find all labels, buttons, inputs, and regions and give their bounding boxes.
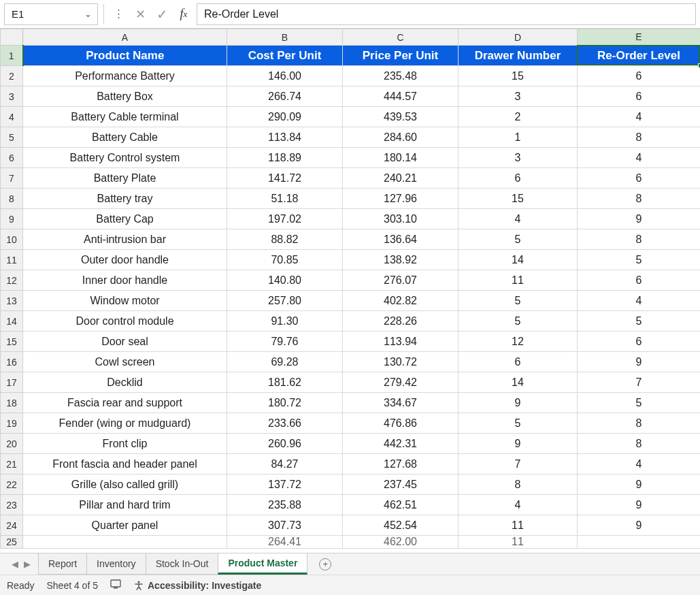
cell[interactable]: 51.18 (227, 189, 343, 209)
cell[interactable]: 7 (459, 454, 578, 475)
cell[interactable]: 113.84 (227, 127, 343, 148)
cancel-icon[interactable]: ✕ (131, 5, 149, 24)
cell[interactable]: Battery Plate (23, 168, 227, 189)
row-header[interactable]: 8 (1, 189, 23, 209)
cell[interactable]: 290.09 (227, 107, 343, 127)
cell[interactable]: Battery Cable (23, 127, 227, 148)
cell[interactable]: 2 (459, 107, 578, 127)
cell[interactable]: 113.94 (343, 332, 459, 352)
cell[interactable]: 181.62 (227, 372, 343, 393)
cell[interactable]: 1 (459, 127, 578, 148)
cell[interactable]: 3 (459, 148, 578, 168)
cell[interactable]: 9 (578, 495, 701, 515)
grid-table[interactable]: ABCDE 1Product NameCost Per UnitPrice Pe… (0, 29, 700, 549)
cell[interactable]: 276.07 (343, 270, 459, 291)
cell[interactable]: 452.54 (343, 515, 459, 536)
confirm-icon[interactable]: ✓ (153, 5, 171, 24)
row-header[interactable]: 20 (1, 434, 23, 454)
cell[interactable] (578, 536, 701, 549)
cell[interactable]: 228.26 (343, 311, 459, 332)
row-header[interactable]: 5 (1, 127, 23, 148)
row-header[interactable]: 4 (1, 107, 23, 127)
cell[interactable]: Window motor (23, 291, 227, 311)
cell[interactable]: 141.72 (227, 168, 343, 189)
column-header-A[interactable]: A (23, 29, 227, 46)
cell[interactable]: 439.53 (343, 107, 459, 127)
cell[interactable]: Front clip (23, 434, 227, 454)
cell[interactable]: 9 (459, 393, 578, 413)
cell[interactable]: Fascia rear and support (23, 393, 227, 413)
row-header[interactable]: 9 (1, 209, 23, 229)
cell[interactable]: 8 (578, 413, 701, 434)
cell[interactable]: 5 (578, 250, 701, 270)
cell[interactable]: Door control module (23, 311, 227, 332)
fx-icon[interactable]: fx (175, 5, 193, 24)
sheet-tab[interactable]: Product Master (218, 553, 307, 575)
row-header[interactable]: 24 (1, 515, 23, 536)
cell[interactable]: Battery Cap (23, 209, 227, 229)
cell[interactable]: 6 (578, 86, 701, 107)
tab-prev-icon[interactable]: ◀ (10, 559, 20, 569)
cell[interactable]: 79.76 (227, 332, 343, 352)
sheet-tab[interactable]: Stock In-Out (146, 553, 219, 575)
cell[interactable]: 4 (459, 495, 578, 515)
column-header-D[interactable]: D (459, 29, 578, 46)
cell[interactable]: Battery Control system (23, 148, 227, 168)
cell[interactable]: 233.66 (227, 413, 343, 434)
header-cell[interactable]: Product Name (23, 46, 227, 66)
cell[interactable]: 4 (578, 107, 701, 127)
cell[interactable]: 8 (578, 434, 701, 454)
cell[interactable]: 146.00 (227, 66, 343, 86)
row-header[interactable]: 15 (1, 332, 23, 352)
cell[interactable]: 180.72 (227, 393, 343, 413)
cell[interactable]: 4 (578, 454, 701, 475)
cell[interactable]: 5 (459, 311, 578, 332)
row-header[interactable]: 13 (1, 291, 23, 311)
row-header[interactable]: 18 (1, 393, 23, 413)
cell[interactable]: 9 (578, 515, 701, 536)
cell[interactable]: 69.28 (227, 352, 343, 372)
cell[interactable]: Front fascia and header panel (23, 454, 227, 475)
cell[interactable]: 14 (459, 372, 578, 393)
row-header[interactable]: 23 (1, 495, 23, 515)
row-header[interactable]: 16 (1, 352, 23, 372)
cell[interactable]: 180.14 (343, 148, 459, 168)
cell[interactable]: 307.73 (227, 515, 343, 536)
column-headers[interactable]: ABCDE (1, 29, 701, 46)
cell[interactable]: 4 (578, 148, 701, 168)
row-header[interactable]: 7 (1, 168, 23, 189)
cell[interactable]: 138.92 (343, 250, 459, 270)
cell[interactable]: 235.48 (343, 66, 459, 86)
cell[interactable]: 130.72 (343, 352, 459, 372)
row-header[interactable]: 22 (1, 475, 23, 495)
cell[interactable]: 284.60 (343, 127, 459, 148)
row-header[interactable]: 21 (1, 454, 23, 475)
cell[interactable]: 476.86 (343, 413, 459, 434)
cell[interactable]: 264.41 (227, 536, 343, 549)
add-sheet-button[interactable]: + (307, 553, 344, 575)
cell[interactable]: 8 (578, 127, 701, 148)
cell[interactable]: 91.30 (227, 311, 343, 332)
cell[interactable]: 11 (459, 270, 578, 291)
cell[interactable]: 11 (459, 515, 578, 536)
cell[interactable]: 240.21 (343, 168, 459, 189)
cell[interactable]: 197.02 (227, 209, 343, 229)
cell[interactable]: 6 (578, 270, 701, 291)
cell[interactable]: 5 (459, 291, 578, 311)
row-header[interactable]: 12 (1, 270, 23, 291)
cell[interactable]: 5 (578, 311, 701, 332)
cell[interactable]: 266.74 (227, 86, 343, 107)
sheet-tab[interactable]: Inventory (86, 553, 146, 575)
cell[interactable]: 9 (578, 352, 701, 372)
cell[interactable]: Inner door handle (23, 270, 227, 291)
cell[interactable]: 279.42 (343, 372, 459, 393)
name-box[interactable]: E1 ⌄ (4, 3, 98, 25)
cell[interactable]: 127.68 (343, 454, 459, 475)
row-header[interactable]: 10 (1, 229, 23, 250)
cell[interactable]: Performance Battery (23, 66, 227, 86)
accessibility-icon[interactable]: Accessibility: Investigate (133, 580, 261, 591)
cell[interactable]: 6 (578, 332, 701, 352)
header-cell[interactable]: Re-Order Level (578, 46, 701, 66)
cell[interactable]: Anti-intrusion bar (23, 229, 227, 250)
cell[interactable]: 9 (578, 209, 701, 229)
